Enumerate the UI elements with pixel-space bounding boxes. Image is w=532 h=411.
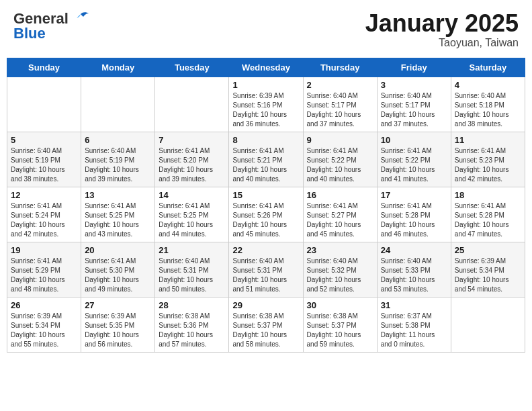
calendar-day-cell: 15Sunrise: 6:41 AM Sunset: 5:26 PM Dayli…	[229, 187, 303, 242]
day-info: Sunrise: 6:37 AM Sunset: 5:38 PM Dayligh…	[381, 312, 447, 349]
calendar-day-cell: 20Sunrise: 6:41 AM Sunset: 5:30 PM Dayli…	[81, 242, 155, 297]
day-number: 6	[85, 135, 151, 145]
day-number: 18	[455, 190, 521, 200]
calendar-week-row: 1Sunrise: 6:39 AM Sunset: 5:16 PM Daylig…	[7, 77, 525, 132]
calendar-title: January 2025	[365, 10, 519, 37]
day-number: 28	[159, 300, 225, 310]
day-info: Sunrise: 6:41 AM Sunset: 5:24 PM Dayligh…	[11, 201, 77, 239]
calendar-day-cell: 1Sunrise: 6:39 AM Sunset: 5:16 PM Daylig…	[229, 77, 303, 132]
day-number: 29	[232, 300, 299, 310]
calendar-day-cell	[7, 77, 81, 132]
calendar-day-cell: 24Sunrise: 6:40 AM Sunset: 5:33 PM Dayli…	[377, 242, 451, 297]
day-info: Sunrise: 6:41 AM Sunset: 5:22 PM Dayligh…	[381, 146, 447, 184]
day-number: 14	[159, 190, 225, 200]
day-number: 21	[159, 245, 225, 255]
day-info: Sunrise: 6:41 AM Sunset: 5:25 PM Dayligh…	[159, 201, 225, 239]
day-info: Sunrise: 6:41 AM Sunset: 5:28 PM Dayligh…	[381, 201, 447, 239]
calendar-day-cell: 6Sunrise: 6:40 AM Sunset: 5:19 PM Daylig…	[81, 132, 155, 187]
day-info: Sunrise: 6:38 AM Sunset: 5:37 PM Dayligh…	[232, 312, 299, 349]
calendar-day-cell: 19Sunrise: 6:41 AM Sunset: 5:29 PM Dayli…	[7, 242, 81, 297]
calendar-day-cell: 16Sunrise: 6:41 AM Sunset: 5:27 PM Dayli…	[303, 187, 377, 242]
calendar-day-cell: 12Sunrise: 6:41 AM Sunset: 5:24 PM Dayli…	[7, 187, 81, 242]
day-info: Sunrise: 6:41 AM Sunset: 5:29 PM Dayligh…	[11, 257, 77, 294]
weekday-header: Saturday	[451, 58, 525, 77]
day-info: Sunrise: 6:40 AM Sunset: 5:17 PM Dayligh…	[307, 91, 373, 129]
day-info: Sunrise: 6:38 AM Sunset: 5:36 PM Dayligh…	[159, 312, 225, 349]
day-number: 27	[85, 300, 151, 310]
day-info: Sunrise: 6:41 AM Sunset: 5:25 PM Dayligh…	[85, 201, 151, 239]
calendar-header-row: SundayMondayTuesdayWednesdayThursdayFrid…	[7, 58, 525, 77]
day-number: 19	[11, 245, 77, 255]
day-info: Sunrise: 6:40 AM Sunset: 5:32 PM Dayligh…	[307, 257, 373, 294]
day-info: Sunrise: 6:40 AM Sunset: 5:19 PM Dayligh…	[85, 146, 151, 184]
day-info: Sunrise: 6:41 AM Sunset: 5:28 PM Dayligh…	[455, 201, 521, 239]
day-number: 9	[307, 135, 373, 145]
day-number: 4	[455, 80, 521, 90]
calendar-day-cell: 21Sunrise: 6:40 AM Sunset: 5:31 PM Dayli…	[155, 242, 229, 297]
calendar-day-cell: 31Sunrise: 6:37 AM Sunset: 5:38 PM Dayli…	[377, 297, 451, 352]
calendar-day-cell: 28Sunrise: 6:38 AM Sunset: 5:36 PM Dayli…	[155, 297, 229, 352]
calendar-day-cell: 7Sunrise: 6:41 AM Sunset: 5:20 PM Daylig…	[155, 132, 229, 187]
day-info: Sunrise: 6:41 AM Sunset: 5:27 PM Dayligh…	[307, 201, 373, 239]
day-number: 1	[232, 80, 299, 90]
day-info: Sunrise: 6:40 AM Sunset: 5:17 PM Dayligh…	[381, 91, 447, 129]
calendar-day-cell: 9Sunrise: 6:41 AM Sunset: 5:22 PM Daylig…	[303, 132, 377, 187]
day-number: 17	[381, 190, 447, 200]
calendar-day-cell: 5Sunrise: 6:40 AM Sunset: 5:19 PM Daylig…	[7, 132, 81, 187]
calendar-day-cell: 26Sunrise: 6:39 AM Sunset: 5:34 PM Dayli…	[7, 297, 81, 352]
day-info: Sunrise: 6:39 AM Sunset: 5:16 PM Dayligh…	[232, 91, 299, 129]
logo-bird-icon	[71, 11, 90, 26]
calendar-day-cell: 8Sunrise: 6:41 AM Sunset: 5:21 PM Daylig…	[229, 132, 303, 187]
calendar-day-cell: 29Sunrise: 6:38 AM Sunset: 5:37 PM Dayli…	[229, 297, 303, 352]
calendar-subtitle: Taoyuan, Taiwan	[365, 37, 519, 49]
day-number: 8	[232, 135, 299, 145]
calendar-day-cell: 25Sunrise: 6:39 AM Sunset: 5:34 PM Dayli…	[451, 242, 525, 297]
calendar-day-cell: 14Sunrise: 6:41 AM Sunset: 5:25 PM Dayli…	[155, 187, 229, 242]
calendar-week-row: 19Sunrise: 6:41 AM Sunset: 5:29 PM Dayli…	[7, 242, 525, 297]
day-number: 2	[307, 80, 373, 90]
calendar-day-cell: 23Sunrise: 6:40 AM Sunset: 5:32 PM Dayli…	[303, 242, 377, 297]
day-number: 11	[455, 135, 521, 145]
calendar-day-cell: 18Sunrise: 6:41 AM Sunset: 5:28 PM Dayli…	[451, 187, 525, 242]
calendar-day-cell	[155, 77, 229, 132]
calendar-day-cell	[451, 297, 525, 352]
weekday-header: Friday	[377, 58, 451, 77]
weekday-header: Tuesday	[155, 58, 229, 77]
day-number: 12	[11, 190, 77, 200]
day-info: Sunrise: 6:40 AM Sunset: 5:18 PM Dayligh…	[455, 91, 521, 129]
weekday-header: Wednesday	[229, 58, 303, 77]
weekday-header: Thursday	[303, 58, 377, 77]
day-info: Sunrise: 6:40 AM Sunset: 5:31 PM Dayligh…	[159, 257, 225, 294]
day-info: Sunrise: 6:41 AM Sunset: 5:26 PM Dayligh…	[232, 201, 299, 239]
day-number: 31	[381, 300, 447, 310]
day-number: 20	[85, 245, 151, 255]
calendar-day-cell: 22Sunrise: 6:40 AM Sunset: 5:31 PM Dayli…	[229, 242, 303, 297]
calendar-day-cell: 3Sunrise: 6:40 AM Sunset: 5:17 PM Daylig…	[377, 77, 451, 132]
day-info: Sunrise: 6:39 AM Sunset: 5:34 PM Dayligh…	[11, 312, 77, 349]
calendar-day-cell: 11Sunrise: 6:41 AM Sunset: 5:23 PM Dayli…	[451, 132, 525, 187]
day-number: 25	[455, 245, 521, 255]
page-header: General Blue January 2025 Taoyuan, Taiwa…	[7, 7, 525, 52]
title-section: January 2025 Taoyuan, Taiwan	[365, 10, 519, 49]
calendar-week-row: 12Sunrise: 6:41 AM Sunset: 5:24 PM Dayli…	[7, 187, 525, 242]
calendar-table: SundayMondayTuesdayWednesdayThursdayFrid…	[7, 58, 525, 353]
day-number: 5	[11, 135, 77, 145]
weekday-header: Sunday	[7, 58, 81, 77]
day-info: Sunrise: 6:40 AM Sunset: 5:19 PM Dayligh…	[11, 146, 77, 184]
logo: General Blue	[13, 10, 90, 42]
calendar-day-cell: 2Sunrise: 6:40 AM Sunset: 5:17 PM Daylig…	[303, 77, 377, 132]
calendar-day-cell: 13Sunrise: 6:41 AM Sunset: 5:25 PM Dayli…	[81, 187, 155, 242]
logo-blue-text: Blue	[13, 25, 46, 42]
day-number: 23	[307, 245, 373, 255]
weekday-header: Monday	[81, 58, 155, 77]
calendar-week-row: 5Sunrise: 6:40 AM Sunset: 5:19 PM Daylig…	[7, 132, 525, 187]
day-info: Sunrise: 6:41 AM Sunset: 5:20 PM Dayligh…	[159, 146, 225, 184]
calendar-day-cell: 10Sunrise: 6:41 AM Sunset: 5:22 PM Dayli…	[377, 132, 451, 187]
day-info: Sunrise: 6:41 AM Sunset: 5:30 PM Dayligh…	[85, 257, 151, 294]
day-info: Sunrise: 6:41 AM Sunset: 5:21 PM Dayligh…	[232, 146, 299, 184]
day-info: Sunrise: 6:40 AM Sunset: 5:31 PM Dayligh…	[232, 257, 299, 294]
day-number: 24	[381, 245, 447, 255]
day-number: 30	[307, 300, 373, 310]
day-info: Sunrise: 6:39 AM Sunset: 5:34 PM Dayligh…	[455, 257, 521, 294]
calendar-day-cell: 17Sunrise: 6:41 AM Sunset: 5:28 PM Dayli…	[377, 187, 451, 242]
